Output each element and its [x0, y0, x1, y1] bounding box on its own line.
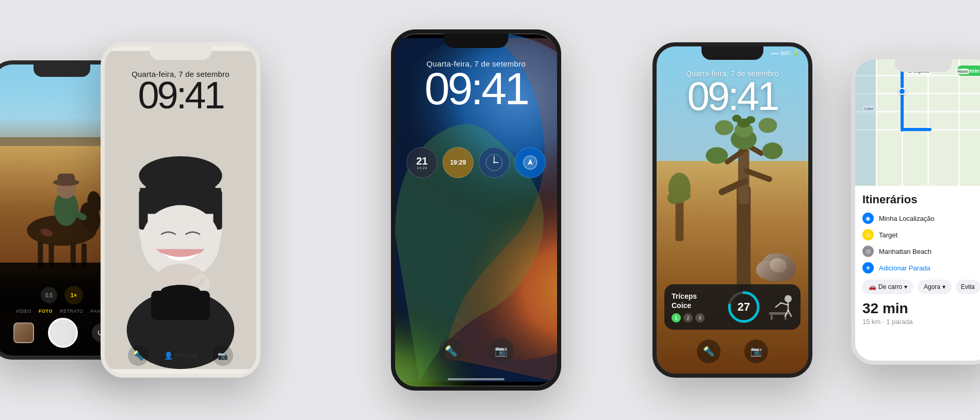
- camera-button-bw[interactable]: 📷: [213, 345, 233, 366]
- target-text: Target: [879, 231, 897, 239]
- colorful-time: 09:41: [395, 68, 557, 109]
- colorful-widgets-row: 21 14 24 19:29: [395, 147, 557, 178]
- calendar-widget[interactable]: 21 14 24: [406, 147, 437, 178]
- battery-icon: 🔋: [793, 51, 799, 56]
- lockscreen-bw-container: Quarta-feira, 7 de setembro 09:41: [105, 46, 256, 374]
- map-road-v3: [927, 59, 929, 192]
- car-label: De carro: [878, 283, 902, 290]
- maps-duration-section: 32 min 15 km · 1 parada: [862, 300, 980, 326]
- camera-modes-row: VÍDEO FOTO RETRATO PANOR: [16, 309, 108, 314]
- phone1-notch: [34, 64, 90, 77]
- reminder-widget[interactable]: 19:29: [443, 147, 473, 178]
- fitness-info: TrícepsCoice 1 2 3: [672, 292, 721, 322]
- phone-colorful: Quarta-feira, 7 de setembro 09:41 21 14 …: [391, 29, 561, 391]
- svg-rect-66: [785, 315, 787, 320]
- add-stop-icon[interactable]: +: [862, 262, 874, 273]
- profile-text: Pessoal: [175, 352, 198, 359]
- small-tree-left-svg: [664, 138, 695, 253]
- phone3-notch: [444, 34, 509, 48]
- rock-3: [770, 258, 787, 272]
- map-road-v1: [876, 59, 877, 192]
- car-icon: 🚗: [869, 283, 876, 290]
- camera-button-colorful[interactable]: 📷: [489, 338, 514, 363]
- route-item-my-location: ◉ Minha Localização: [862, 213, 980, 224]
- world-clock-widget[interactable]: [479, 147, 510, 178]
- add-stop-text[interactable]: Adicionar Parada: [879, 264, 930, 272]
- svg-point-25: [161, 285, 200, 297]
- map-label-hawtl: Hawtl: [956, 69, 969, 74]
- flashlight-button-joshua[interactable]: 🔦: [697, 340, 721, 363]
- maps-container: 20 min El Segundo Hawtl Lawr Itinerários…: [855, 59, 980, 361]
- clock-face-icon: [485, 153, 503, 172]
- maps-distance-info: 15 km · 1 parada: [862, 318, 980, 326]
- compass-widget[interactable]: [515, 147, 546, 178]
- lockscreen-bw-actions: 🔦 👤 Pessoal 📷: [105, 345, 256, 366]
- joshua-bottom-actions: 🔦 📷: [657, 340, 808, 363]
- map-current-pin: [899, 88, 906, 95]
- car-chevron: ▾: [904, 283, 907, 290]
- time-button[interactable]: Agora ▾: [918, 280, 952, 294]
- phone-joshua-tree: Quarta-feira, 7 de setembro 09:41 Trícep…: [652, 42, 812, 378]
- zoom-half-button[interactable]: 0,5: [41, 287, 57, 303]
- colorful-home-bar: [448, 378, 504, 380]
- lockscreen-bw-time: 09:41: [105, 78, 256, 113]
- maps-panel: Itinerários ◉ Minha Localização ⊙ Target…: [855, 186, 980, 361]
- flashlight-button-colorful[interactable]: 🔦: [439, 338, 464, 363]
- phone-maps: 20 min El Segundo Hawtl Lawr Itinerários…: [851, 55, 980, 365]
- route-item-target: ⊙ Target: [862, 229, 980, 240]
- map-route-line-h: [901, 128, 932, 131]
- phone5-notch: [895, 59, 952, 72]
- main-scene: 0,5 1× VÍDEO FOTO RETRATO PANOR ↺: [0, 0, 980, 420]
- fitness-figure: [766, 294, 793, 320]
- counter-number: 27: [738, 300, 750, 314]
- camera-mode-retrato[interactable]: RETRATO: [60, 309, 84, 314]
- wifi-icon: WiFi: [780, 51, 791, 56]
- svg-point-48: [759, 118, 777, 133]
- colorful-container: Quarta-feira, 7 de setembro 09:41 21 14 …: [395, 34, 557, 386]
- zoom-1x-button[interactable]: 1×: [64, 286, 83, 304]
- maps-title: Itinerários: [862, 193, 980, 206]
- phone2-notch: [150, 46, 211, 60]
- map-water: [855, 59, 876, 192]
- svg-line-60: [781, 303, 788, 305]
- camera-mode-video[interactable]: VÍDEO: [16, 309, 32, 314]
- joshua-container: Quarta-feira, 7 de setembro 09:41 Trícep…: [657, 46, 808, 374]
- fitness-widget[interactable]: TrícepsCoice 1 2 3 27: [664, 284, 801, 330]
- lockscreen-bw-header: Quarta-feira, 7 de setembro 09:41: [105, 70, 256, 113]
- car-mode-button[interactable]: 🚗 De carro ▾: [862, 280, 913, 294]
- svg-rect-65: [771, 315, 773, 320]
- colorful-bottom-actions: 🔦 📷: [395, 338, 557, 363]
- svg-point-45: [706, 147, 728, 164]
- maps-map-area: 20 min El Segundo Hawtl Lawr: [855, 59, 980, 192]
- fitness-dots-row: 1 2 3: [672, 313, 721, 322]
- joshua-rocks: [749, 243, 796, 282]
- photo-thumbnail[interactable]: [13, 322, 34, 343]
- joshua-time: 09:41: [657, 78, 808, 114]
- svg-line-61: [776, 303, 781, 307]
- fitness-dot-1: 1: [672, 313, 681, 322]
- svg-rect-38: [738, 149, 749, 204]
- small-tree-left: [664, 138, 695, 253]
- maps-duration: 32 min: [862, 300, 980, 317]
- flashlight-button-bw[interactable]: 🔦: [128, 345, 149, 366]
- camera-mode-foto[interactable]: FOTO: [39, 309, 53, 314]
- my-location-icon: ◉: [862, 213, 874, 224]
- svg-point-47: [715, 120, 733, 135]
- fitness-exercise-name: TrícepsCoice: [672, 292, 721, 310]
- fitness-counter: 27: [727, 290, 760, 324]
- fitness-dot-3: 3: [695, 313, 705, 322]
- camera-button-joshua[interactable]: 📷: [744, 340, 768, 363]
- joshua-header: Quarta-feira, 7 de setembro 09:41: [657, 70, 808, 114]
- fitness-dot-2: 2: [683, 313, 693, 322]
- route-item-manhattan-beach: ⊙ Manhattan Beach: [862, 246, 980, 257]
- transport-controls: 🚗 De carro ▾ Agora ▾ Evita: [862, 280, 980, 294]
- map-road-v4: [958, 59, 960, 192]
- route-item-add-stop[interactable]: + Adicionar Parada: [862, 262, 980, 273]
- shutter-button[interactable]: [48, 318, 78, 348]
- avoid-button[interactable]: Evita: [956, 280, 980, 294]
- svg-point-55: [678, 190, 691, 201]
- time-chevron: ▾: [942, 283, 945, 290]
- time-label: Agora: [924, 283, 940, 290]
- my-location-text: Minha Localização: [879, 215, 935, 222]
- manhattan-beach-text: Manhattan Beach: [879, 248, 932, 255]
